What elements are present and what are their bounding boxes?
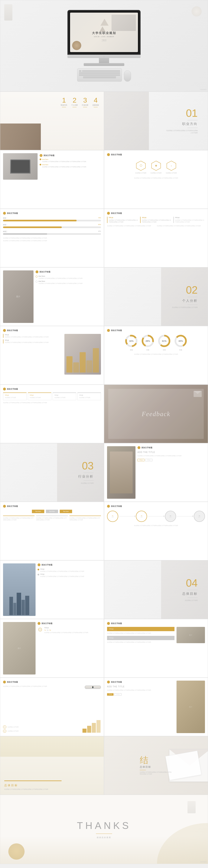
col1-text: 在这里输入文字说明在这里输入文字说明在这里输入文字说明在这里输入文字说明 xyxy=(109,219,139,223)
thanks-copyright: CANVA设计 xyxy=(200,861,207,863)
row-12: 添加文字标题 在这里输入文字说明在这里输入文字说明在这里输入文字说明在这里输入文… xyxy=(0,678,208,736)
timeline-desc: 在这里输入文字说明在这里输入文字说明在这里输入文字说明在这里输入文字说明 xyxy=(107,525,205,527)
svg-text:⬡: ⬡ xyxy=(140,164,142,167)
section2-num: 02 xyxy=(172,285,198,295)
prog-label-2: 标题二 xyxy=(3,224,7,226)
row-6: 添加文字标题 TITLE 在这里输入文字说明在这里输入文字说明在这里输入文字说明… xyxy=(0,326,208,384)
slide-section4-header: 04 总体目标 在这里输入文字说明 xyxy=(104,560,208,619)
slide9-heading: 添加文字标题 xyxy=(7,329,18,332)
slide7-heading: 添加文字标题 xyxy=(39,271,50,273)
slide6-heading: 添加文字标题 xyxy=(111,212,122,215)
keyboard xyxy=(77,68,122,82)
extra-text-2: 在这里输入文字说明在这里输入文字说明在这里输入文字说明在这里输入文字说明 xyxy=(157,225,205,227)
slide15-heading: 添加文字标题 xyxy=(7,505,18,508)
row-7: 添加文字标题 TITLE 在这里输入文字说明 TITLE 在这里输入文字说明 T… xyxy=(0,384,208,443)
slide-image-items: 图片 添加文字标题 End Term 在这里输入文字说明在这里输入文字说明在这里… xyxy=(0,267,104,326)
svg-text:16%: 16% xyxy=(129,340,134,342)
slide-color-blocks: 添加文字标题 TITLE 在这里输入文字说明在这里输入文字说明在这里输入文字说明… xyxy=(104,619,208,678)
pie-label-3: 标题 xyxy=(158,349,171,351)
tag-b: TITLE xyxy=(114,693,121,696)
slide17-heading: 添加文字标题 xyxy=(41,564,53,566)
thanks-text: THANKS xyxy=(77,820,131,831)
row-11: 图片 添加文字标题 ⚙ TITLE T1 T2 T3 在这里输入文 xyxy=(0,619,208,678)
thanks-subtitle: 感谢您的观看 xyxy=(77,836,131,839)
slide10-heading: 添加文字标题 xyxy=(111,329,122,332)
nav-item-3: 3 行业分析 xyxy=(82,97,89,108)
slide16-heading: 添加文字标题 xyxy=(111,505,122,508)
apple-logo:  xyxy=(104,55,104,58)
slide-gold-banner: 总体目标 在这里输入文字说明在这里输入文字说明在这里输入文字说明在这里输入文字说… xyxy=(0,736,104,795)
add-title-2-text: ADD THE TITLE xyxy=(107,685,174,688)
tags-text-2: 在这里输入文字说明在这里输入文字说明在这里输入文字说明在这里输入文字说明 xyxy=(36,517,68,521)
col2-text: 在这里输入文字说明在这里输入文字说明在这里输入文字说明在这里输入文字说明 xyxy=(142,219,172,223)
slide-progress: 添加文字标题 标题一 75% 标题二 60% xyxy=(0,209,104,267)
banner-title: 总体目标 xyxy=(4,783,100,787)
extra-text-1: 在这里输入文字说明在这里输入文字说明在这里输入文字说明在这里输入文字说明 xyxy=(107,225,155,227)
screen-subtitle: 生涯汇报 | 公务员 | 职业规划书 xyxy=(92,36,116,38)
svg-text:28%: 28% xyxy=(145,340,150,342)
slide-cards: 添加文字标题 TITLE 在这里输入文字说明 TITLE 在这里输入文字说明 T… xyxy=(0,384,104,443)
nav-label-1: 职业方向 xyxy=(61,104,67,106)
row-10: 添加文字标题 TITLE 在这里输入文字说明在这里输入文字说明在这里输入文字说明… xyxy=(0,560,208,619)
hex-desc: 在这里输入文字说明在这里输入文字说明在这里输入文字说明在这里输入文字说明 xyxy=(107,177,205,179)
hex-label-1: 在这里输入文字说明 xyxy=(135,172,146,174)
chart-subtitle-1: TITLE xyxy=(5,334,62,336)
add-title-2-content: 在这里输入文字说明在这里输入文字说明在这里输入文字说明在这里输入文字说明 xyxy=(107,689,174,691)
slide-section1-header: 01 职业方向 在这里输入文字说明在这里输入文字说明在这里输入文字说明 xyxy=(104,92,208,150)
slide-photo-items: 图片 添加文字标题 ⚙ TITLE T1 T2 T3 在这里输入文 xyxy=(0,619,104,678)
section1-title: 职业方向 xyxy=(165,122,198,126)
slide-hexagons: 添加文字标题 ⬡ 在这里输入文字说明 ◈ xyxy=(104,150,208,209)
envelope-num: 结 xyxy=(140,756,172,765)
slide20-heading: 添加文字标题 xyxy=(111,622,122,625)
building-text-2: 在这里输入文字说明在这里输入文字说明在这里输入文字说明在这里输入文字说明 xyxy=(40,576,84,577)
slide-section2-header: 02 个人分析 在这里输入文字说明在这里输入文字说明 xyxy=(104,267,208,326)
item2-title: End Term xyxy=(39,280,82,282)
envelope-title: 总体目标 xyxy=(140,765,172,769)
slide4-heading: 添加文字标题 xyxy=(111,153,122,156)
nav-label-2: 个人分析 xyxy=(71,104,78,106)
slide-hero: 大学生职业规划 生涯汇报 | 公务员 | 职业规划书 下载专享  xyxy=(0,0,208,92)
feedback-text: Feedback xyxy=(142,410,170,418)
slide22-heading: 添加文字标题 xyxy=(111,681,122,683)
row-5: 图片 添加文字标题 End Term 在这里输入文字说明在这里输入文字说明在这里… xyxy=(0,267,208,326)
slide-pies: 添加文字标题 16% 标题 28% 标题 xyxy=(104,326,208,384)
svg-text:43%: 43% xyxy=(178,340,183,342)
slide-building: 添加文字标题 TITLE 在这里输入文字说明在这里输入文字说明在这里输入文字说明… xyxy=(0,560,104,619)
building-title-2: TITLE xyxy=(40,574,84,575)
slide-add-title-2: 添加文字标题 ADD THE TITLE 在这里输入文字说明在这里输入文字说明在… xyxy=(104,678,208,736)
row-4: 添加文字标题 标题一 75% 标题二 60% xyxy=(0,209,208,267)
end-term-2: End Term xyxy=(42,164,48,165)
building-title-1: TITLE xyxy=(40,568,84,570)
text-1: 在这里输入文字说明在这里输入文字说明在这里输入文字说明在这里输入文字说明 xyxy=(42,161,101,162)
envelope-text: 在这里输入文字说明在这里输入文字说明在这里输入文字说明在这里输入文字说明 xyxy=(140,771,172,775)
tag-filled-1: Text Item xyxy=(35,511,41,512)
item1-text: 在这里输入文字说明在这里输入文字说明在这里输入文字说明在这里输入文字说明 xyxy=(39,278,82,279)
nav-label-3: 行业分析 xyxy=(82,104,89,106)
col3-title: TITLE xyxy=(175,217,205,219)
svg-text:◈: ◈ xyxy=(155,164,157,167)
prog-text-2: 在这里输入文字说明在这里输入文字说明在这里输入文字说明在这里输入文字说明 xyxy=(3,240,101,242)
slide-section3-header: 03 行业分析 在这里输入文字说明 xyxy=(0,443,104,502)
slide-add-title-1: 添加文字标题 ADD THE TITLE 在这里输入文字说明在这里输入文字说明在… xyxy=(104,443,208,502)
slide11-heading: 添加文字标题 xyxy=(7,388,18,391)
slide-list-laptop: ✓ 添加文字标题 End Term 在这里输入文字说明在这里输入文字说明在这里输… xyxy=(0,150,104,209)
card1-title: TITLE xyxy=(5,395,25,396)
copyright: CANVA设计 xyxy=(200,89,207,91)
hex-icon-1: ⬡ xyxy=(135,160,146,171)
tag-1: TITLE xyxy=(138,459,144,461)
svg-text:⬦: ⬦ xyxy=(171,164,172,167)
stair-text-1: 在这里输入文字说明在这里输入文字说明在这里输入文字说明在这里输入文字说明 xyxy=(3,685,83,687)
end-term-1: End Term xyxy=(42,159,48,160)
color-block-title-2: TITLE xyxy=(109,637,172,639)
slide3-heading: 添加文字标题 xyxy=(43,154,55,157)
nav-num-4: 4 xyxy=(93,97,99,103)
section1-num: 01 xyxy=(165,108,198,118)
add-title-heading: 添加文字标题 xyxy=(141,446,152,449)
svg-text:61%: 61% xyxy=(162,340,166,342)
card4-title: TITLE xyxy=(79,395,99,396)
cards-extra-text: 在这里输入文字说明在这里输入文字说明在这里输入文字说明在这里输入文字说明 xyxy=(3,402,101,404)
nav-num-1: 1 xyxy=(61,97,67,103)
item2-text: 在这里输入文字说明在这里输入文字说明在这里输入文字说明在这里输入文字说明 xyxy=(39,283,82,284)
row-9: 添加文字标题 Text Item Text Item Text Item 在这里… xyxy=(0,502,208,560)
section3-desc: 在这里输入文字说明 xyxy=(78,482,94,484)
